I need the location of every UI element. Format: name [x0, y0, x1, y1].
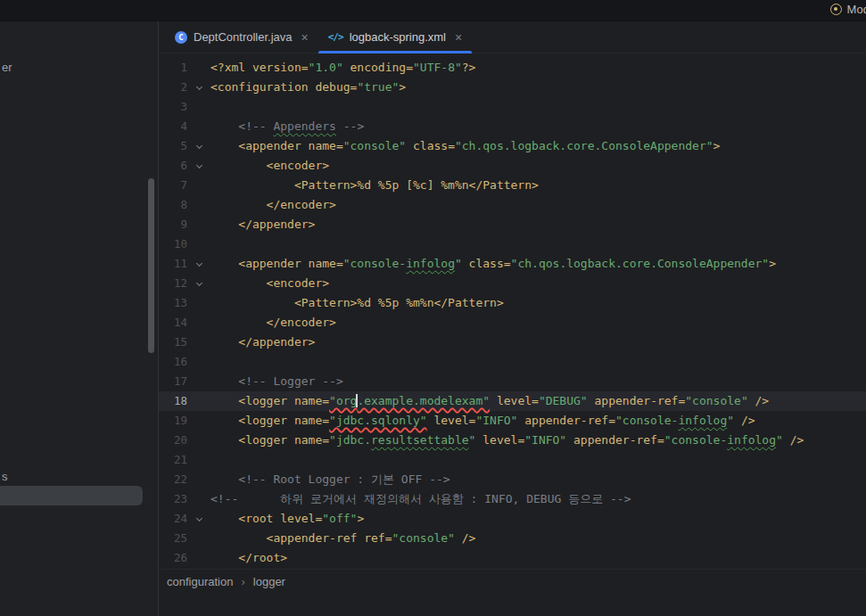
- fold-spacer: [187, 431, 210, 450]
- fold-spacer: [187, 58, 210, 78]
- line-number: 13: [159, 293, 187, 313]
- editor-line[interactable]: 24 <root level="off">: [159, 509, 866, 529]
- line-number: 21: [159, 450, 187, 470]
- code-segment: <!-- Root Logger : 기본 OFF -->: [210, 472, 450, 486]
- code-segment: "console": [685, 394, 747, 407]
- code-segment: ?>: [462, 61, 476, 74]
- java-class-icon: C: [175, 31, 187, 44]
- editor-line[interactable]: 21: [159, 450, 866, 470]
- code-segment: "console-: [615, 414, 678, 427]
- code-segment: <!-- Logger -->: [210, 374, 343, 388]
- code-segment: </encoder>: [210, 316, 336, 329]
- project-sidebar[interactable]: er s: [0, 21, 159, 616]
- editor-line[interactable]: 17 <!-- Logger -->: [159, 372, 866, 391]
- editor-line[interactable]: 9 </appender>: [159, 215, 866, 234]
- code-segment: <encoder>: [210, 276, 329, 290]
- editor-line[interactable]: 3: [159, 97, 866, 117]
- editor-line[interactable]: 25 <appender-ref ref="console" />: [159, 529, 866, 548]
- line-number: 3: [159, 97, 187, 117]
- editor-line[interactable]: 20 <logger name="jdbc.resultsettable" le…: [159, 431, 866, 450]
- editor-line[interactable]: 6 <encoder>: [159, 156, 866, 176]
- tree-item-fragment-top[interactable]: er: [2, 61, 12, 74]
- editor-line[interactable]: 7 <Pattern>%d %5p [%c] %m%n</Pattern>: [159, 176, 866, 195]
- fold-chevron-icon[interactable]: [187, 78, 210, 97]
- code-segment: />: [455, 531, 475, 545]
- editor-line[interactable]: 8 </encoder>: [159, 195, 866, 215]
- code-segment: "INFO": [524, 433, 566, 447]
- code-segment: "jdbc.sqlonly": [329, 414, 427, 427]
- editor-line[interactable]: 19 <logger name="jdbc.sqlonly" level="IN…: [159, 411, 866, 431]
- code-text: <encoder>: [210, 156, 866, 176]
- sidebar-scrollbar[interactable]: [148, 178, 154, 353]
- code-segment: <appender name=: [210, 257, 343, 270]
- code-segment: "console": [343, 139, 406, 152]
- fold-chevron-icon[interactable]: [187, 136, 210, 156]
- line-number: 25: [159, 529, 187, 548]
- sidebar-selected-row[interactable]: [0, 486, 143, 505]
- code-text: <logger name="org.example.modelexam" lev…: [210, 391, 866, 411]
- line-number: 23: [159, 489, 187, 509]
- fold-chevron-icon[interactable]: [187, 156, 210, 176]
- model-selector[interactable]: Model: [830, 3, 866, 16]
- code-text: <!-- 하위 로거에서 재정의해서 사용함 : INFO, DEBUG 등으로…: [210, 489, 866, 509]
- editor-line[interactable]: 12 <encoder>: [159, 274, 866, 293]
- editor-column: CDeptController.java×</>logback-spring.x…: [159, 21, 866, 616]
- editor-line[interactable]: 5 <appender name="console" class="ch.qos…: [159, 136, 866, 156]
- code-segment: infolog: [678, 414, 727, 427]
- line-number: 19: [159, 411, 187, 431]
- fold-chevron-icon[interactable]: [187, 254, 210, 274]
- code-text: <logger name="jdbc.resultsettable" level…: [210, 431, 866, 450]
- fold-spacer: [187, 470, 210, 489]
- code-text: <root level="off">: [210, 509, 866, 529]
- line-number: 11: [159, 254, 187, 274]
- line-number: 15: [159, 333, 187, 352]
- breadcrumb-bar: configuration›logger: [159, 569, 866, 594]
- fold-chevron-icon[interactable]: [187, 274, 210, 293]
- line-number: 7: [159, 176, 187, 195]
- editor-line[interactable]: 14 </encoder>: [159, 313, 866, 333]
- line-number: 5: [159, 136, 187, 156]
- fold-chevron-icon[interactable]: [187, 509, 210, 529]
- code-segment: ": [455, 257, 462, 270]
- titlebar: Model: [0, 0, 866, 21]
- line-number: 4: [159, 117, 187, 136]
- code-segment: "1.0": [309, 61, 343, 74]
- bottom-filler: [159, 594, 866, 616]
- editor-line[interactable]: 22 <!-- Root Logger : 기본 OFF -->: [159, 470, 866, 489]
- breadcrumb-configuration[interactable]: configuration: [167, 575, 233, 588]
- editor-line[interactable]: 26 </root>: [159, 548, 866, 568]
- tree-item-fragment-bottom[interactable]: s: [2, 470, 8, 483]
- tab-close-icon[interactable]: ×: [301, 31, 309, 44]
- editor-line[interactable]: 16: [159, 352, 866, 372]
- fold-spacer: [187, 411, 210, 431]
- code-segment: resultsettable: [371, 433, 469, 447]
- editor-line[interactable]: 1<?xml version="1.0" encoding="UTF-8"?>: [159, 58, 866, 78]
- code-segment: ": [727, 414, 734, 427]
- code-segment: appender-ref=: [566, 433, 664, 447]
- code-editor[interactable]: 1<?xml version="1.0" encoding="UTF-8"?>2…: [159, 53, 866, 569]
- tab-close-icon[interactable]: ×: [455, 31, 462, 44]
- fold-spacer: [187, 450, 210, 470]
- code-segment: <appender name=: [210, 139, 343, 152]
- tab-DeptController.java[interactable]: CDeptController.java×: [165, 21, 318, 53]
- code-segment: level=: [475, 433, 524, 447]
- tab-logback-spring.xml[interactable]: </>logback-spring.xml×: [318, 21, 472, 53]
- code-text: <appender name="console-infolog" class="…: [210, 254, 866, 274]
- tab-label: DeptController.java: [194, 30, 293, 44]
- editor-line[interactable]: 15 </appender>: [159, 333, 866, 352]
- code-segment: class=: [406, 139, 455, 152]
- editor-line[interactable]: 18 <logger name="org.example.modelexam" …: [159, 391, 866, 411]
- editor-line[interactable]: 2<configuration debug="true">: [159, 78, 866, 97]
- main-split: er s CDeptController.java×</>logback-spr…: [0, 21, 866, 616]
- code-segment: </encoder>: [210, 198, 336, 211]
- line-number: 26: [159, 548, 187, 568]
- editor-line[interactable]: 4 <!-- Appenders -->: [159, 117, 866, 136]
- code-text: [210, 234, 866, 254]
- breadcrumb-logger[interactable]: logger: [253, 575, 285, 588]
- editor-line[interactable]: 23<!-- 하위 로거에서 재정의해서 사용함 : INFO, DEBUG 등…: [159, 489, 866, 509]
- editor-line[interactable]: 10: [159, 234, 866, 254]
- line-number: 17: [159, 372, 187, 391]
- line-number: 18: [159, 391, 187, 411]
- editor-line[interactable]: 13 <Pattern>%d %5p %m%n</Pattern>: [159, 293, 866, 313]
- editor-line[interactable]: 11 <appender name="console-infolog" clas…: [159, 254, 866, 274]
